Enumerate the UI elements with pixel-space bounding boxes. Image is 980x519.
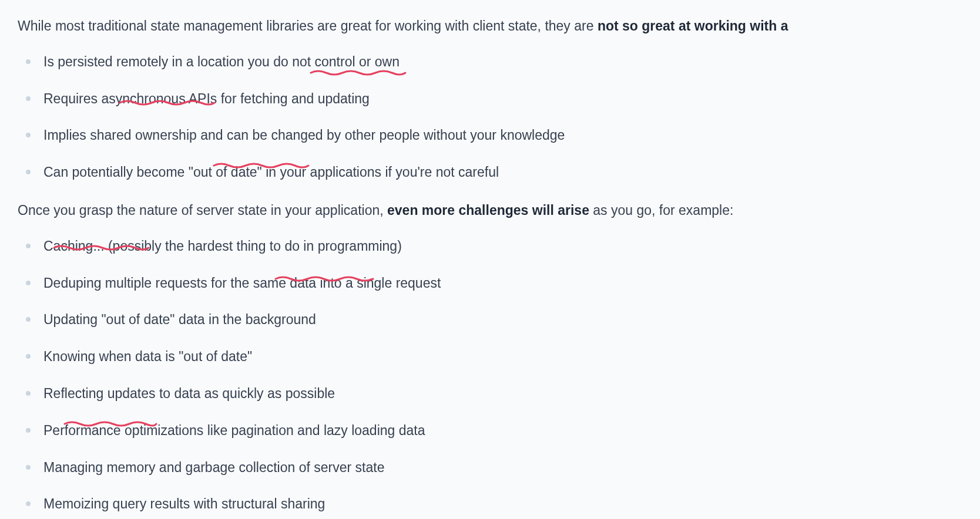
intro-bold: not so great at working with a (598, 18, 788, 33)
list-item: Requires asynchronous APIs for fetching … (43, 88, 980, 110)
challenges-list: Caching... (possibly the hardest thing t… (18, 235, 980, 515)
list-item: Caching... (possibly the hardest thing t… (43, 235, 980, 257)
list-item: Updating "out of date" data in the backg… (43, 309, 980, 331)
list-item: Can potentially become "out of date" in … (43, 161, 980, 183)
list-item: Reflecting updates to data as quickly as… (43, 383, 980, 405)
intro-paragraph: While most traditional state management … (18, 15, 980, 37)
document-content: While most traditional state management … (18, 15, 980, 515)
intro-text-before: While most traditional state management … (18, 18, 598, 33)
list-item: Managing memory and garbage collection o… (43, 457, 980, 478)
list-item: Knowing when data is "out of date" (43, 346, 980, 368)
middle-text-before: Once you grasp the nature of server stat… (18, 203, 387, 218)
list-item: Is persisted remotely in a location you … (43, 51, 980, 73)
list-item: Implies shared ownership and can be chan… (43, 124, 980, 146)
list-item: Deduping multiple requests for the same … (43, 272, 980, 294)
middle-bold: even more challenges will arise (387, 203, 589, 218)
server-state-list: Is persisted remotely in a location you … (18, 51, 980, 183)
middle-text-after: as you go, for example: (589, 203, 733, 218)
middle-paragraph: Once you grasp the nature of server stat… (18, 200, 980, 221)
list-item: Memoizing query results with structural … (43, 493, 980, 515)
list-item: Performance optimizations like paginatio… (43, 420, 980, 442)
